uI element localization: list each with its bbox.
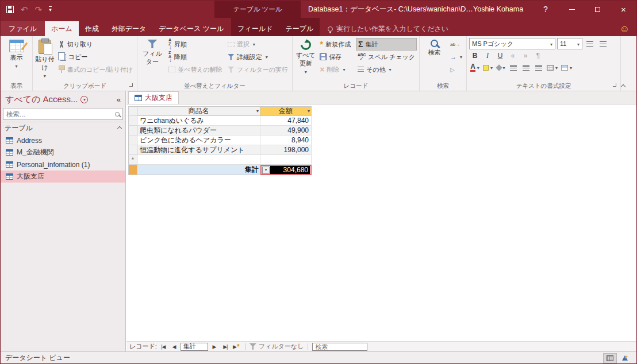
record-selector[interactable]: [128, 145, 137, 155]
cell-amount-empty[interactable]: [260, 155, 312, 165]
help-button[interactable]: ?: [534, 1, 557, 18]
delete-record-button[interactable]: × 削除: [318, 63, 354, 76]
nav-pane-title[interactable]: すべての Access...: [5, 94, 78, 105]
cell-name[interactable]: 爬虫類になれるパウダー: [137, 126, 260, 135]
replace-button[interactable]: ab: [448, 38, 464, 51]
tab-file[interactable]: ファイル: [1, 21, 45, 36]
totals-value[interactable]: 304,680: [270, 166, 310, 174]
cell-name[interactable]: ピンク色に染めるヘアカラー: [137, 135, 260, 145]
more-records-button[interactable]: その他: [356, 63, 417, 76]
new-blank-record-button[interactable]: *: [232, 342, 241, 351]
new-record-selector[interactable]: *: [128, 155, 137, 165]
record-selector[interactable]: [128, 135, 137, 145]
view-button[interactable]: 表示: [3, 38, 30, 79]
font-color-button[interactable]: A: [469, 62, 481, 73]
underline-button[interactable]: U: [494, 50, 506, 61]
datasheet-view-button[interactable]: [603, 353, 617, 363]
alternate-row-color-button[interactable]: [560, 62, 573, 73]
tab-external-data[interactable]: 外部データ: [105, 21, 153, 36]
nav-group-tables[interactable]: テーブル: [1, 122, 125, 134]
cell-amount[interactable]: 198,000: [260, 145, 312, 155]
format-painter-button[interactable]: 書式のコピー/貼り付け: [56, 63, 135, 76]
text-direction-button[interactable]: ¶: [532, 50, 544, 61]
nav-item-m-kinyukikan[interactable]: M_金融機関: [1, 146, 125, 158]
align-right-button[interactable]: [533, 62, 544, 73]
save-record-button[interactable]: 保存: [318, 51, 354, 63]
new-record-button[interactable]: * 新規作成: [318, 38, 354, 51]
cell-amount[interactable]: 47,840: [260, 116, 312, 126]
bold-button[interactable]: B: [469, 50, 481, 61]
tab-fields[interactable]: フィールド: [231, 21, 279, 36]
record-selector[interactable]: [128, 116, 137, 126]
nav-item-osaka-shiten[interactable]: 大阪支店: [1, 171, 125, 183]
cut-button[interactable]: 切り取り: [56, 38, 135, 51]
spelling-button[interactable]: ABC スペル チェック: [356, 51, 417, 63]
column-header-name[interactable]: 商品名 ▾: [137, 106, 260, 116]
record-selector[interactable]: [128, 126, 137, 135]
totals-label-cell[interactable]: 集計: [137, 165, 260, 175]
text-formatting-dialog-launcher[interactable]: [613, 83, 619, 89]
design-view-button[interactable]: [618, 353, 632, 363]
account-name[interactable]: Yoshie Kohama: [473, 1, 523, 18]
clipboard-dialog-launcher[interactable]: [129, 83, 135, 89]
undo-icon[interactable]: ↶: [21, 5, 28, 14]
bullets-button[interactable]: [584, 38, 596, 49]
gridlines-button[interactable]: [546, 62, 559, 73]
nav-item-address[interactable]: Address: [1, 134, 125, 146]
cell-name-empty[interactable]: [137, 155, 260, 165]
cell-name[interactable]: ワニchanぬいぐるみ: [137, 116, 260, 126]
tab-database-tools[interactable]: データベース ツール: [152, 21, 230, 36]
italic-button[interactable]: I: [482, 50, 493, 61]
tab-home[interactable]: ホーム: [45, 21, 79, 36]
totals-amount-cell[interactable]: ▾ 304,680: [260, 165, 312, 175]
record-search-input[interactable]: [315, 343, 364, 350]
nav-search-input[interactable]: [6, 111, 113, 118]
totals-record-selector[interactable]: [128, 165, 137, 175]
goto-button[interactable]: [448, 51, 464, 63]
save-icon[interactable]: [6, 6, 14, 13]
document-tab-osaka-shiten[interactable]: 大阪支店: [128, 91, 179, 104]
font-name-dropdown-icon[interactable]: [547, 40, 552, 47]
paste-button[interactable]: 貼り付け: [35, 38, 55, 79]
minimize-button[interactable]: [559, 1, 585, 18]
cell-amount[interactable]: 8,940: [260, 135, 312, 145]
font-size-dropdown-icon[interactable]: [574, 40, 580, 47]
collapse-ribbon-button[interactable]: [621, 82, 628, 88]
select-button[interactable]: [448, 63, 464, 76]
copy-button[interactable]: コピー: [56, 51, 135, 63]
close-button[interactable]: ×: [611, 1, 636, 18]
column-filter-dropdown-icon[interactable]: ▾: [256, 109, 259, 114]
select-all-corner[interactable]: [128, 106, 137, 116]
previous-record-button[interactable]: [170, 342, 179, 351]
column-filter-dropdown-icon[interactable]: ▾: [308, 109, 310, 114]
first-record-button[interactable]: [159, 342, 168, 351]
toggle-filter-button[interactable]: フィルターの実行: [226, 63, 290, 76]
last-record-button[interactable]: [221, 342, 230, 351]
decrease-indent-button[interactable]: «: [507, 50, 519, 61]
redo-icon[interactable]: ↷: [35, 5, 43, 14]
filter-status-button[interactable]: フィルターなし: [250, 342, 304, 351]
column-header-amount[interactable]: 金額 ▾: [260, 106, 312, 116]
highlight-color-button[interactable]: [482, 62, 494, 73]
selection-button[interactable]: 選択: [226, 38, 290, 51]
remove-sort-button[interactable]: 並べ替えの解除: [167, 63, 224, 76]
sort-ascending-button[interactable]: AZ 昇順: [167, 38, 224, 51]
tab-create[interactable]: 作成: [79, 21, 105, 36]
cell-amount[interactable]: 49,900: [260, 126, 312, 135]
advanced-filter-button[interactable]: 詳細設定: [226, 51, 290, 63]
nav-item-personal-infomation[interactable]: Personal_infomation (1): [1, 158, 125, 171]
next-record-button[interactable]: [210, 342, 219, 351]
collapse-pane-icon[interactable]: «: [117, 95, 121, 104]
sort-descending-button[interactable]: ZA 降順: [167, 51, 224, 63]
numbering-button[interactable]: [597, 38, 609, 49]
background-color-button[interactable]: [495, 62, 506, 73]
nav-search-box[interactable]: [3, 108, 123, 120]
tell-me-box[interactable]: 実行したい作業を入力してください: [328, 21, 448, 36]
find-button[interactable]: 検索: [422, 38, 447, 79]
feedback-smiley-icon[interactable]: ☺: [620, 24, 630, 34]
increase-indent-button[interactable]: »: [520, 50, 531, 61]
font-size-combo[interactable]: 11: [557, 38, 582, 49]
align-center-button[interactable]: [520, 62, 532, 73]
current-record-box[interactable]: 集計: [181, 343, 208, 351]
nav-pane-menu-icon[interactable]: ▾: [80, 96, 88, 103]
